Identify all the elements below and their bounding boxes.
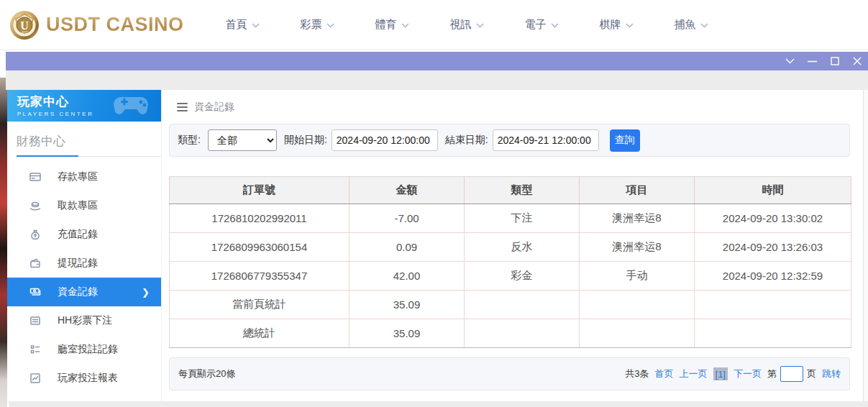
- table-cell: 手动: [580, 262, 695, 291]
- sidebar-item-5[interactable]: HH彩票下注: [7, 306, 161, 335]
- moneybag-icon: [29, 228, 42, 241]
- jump-group: 第 页: [767, 366, 816, 382]
- table-cell: 總統計: [170, 319, 350, 348]
- list-icon: [29, 314, 42, 327]
- sidebar-item-4[interactable]: 資金記錄❯: [7, 278, 161, 306]
- column-header: 項目: [580, 177, 695, 204]
- nav-item-0[interactable]: 首頁: [226, 18, 260, 32]
- sidebar-item-6[interactable]: 廳室投註記錄: [7, 335, 161, 364]
- jump-suffix: 页: [807, 367, 816, 380]
- jump-link[interactable]: 跳转: [822, 367, 841, 380]
- table-cell: [695, 291, 851, 319]
- table-cell: 當前頁統計: [170, 291, 350, 319]
- nav-item-4[interactable]: 電子: [525, 18, 559, 32]
- window-subbar: [6, 70, 868, 90]
- prev-page-link[interactable]: 上一页: [680, 367, 708, 380]
- finance-section-rule: [17, 156, 161, 157]
- nav-item-3[interactable]: 視訊: [450, 18, 484, 32]
- sidebar-item-2[interactable]: 充值記錄: [7, 220, 161, 249]
- chevron-down-icon: [551, 23, 559, 28]
- column-header: 時間: [695, 177, 851, 204]
- close-window-icon[interactable]: [846, 52, 868, 70]
- sidebar-item-label: 資金記錄: [58, 285, 98, 298]
- jump-prefix: 第: [767, 367, 777, 380]
- table-row: 172680677935534742.00彩金手动2024-09-20 12:3…: [170, 262, 851, 291]
- window-titlebar: [6, 52, 868, 70]
- sidebar-item-label: 廳室投註記錄: [58, 343, 118, 356]
- nav-item-1[interactable]: 彩票: [301, 18, 334, 32]
- table-cell: 2024-09-20 13:30:02: [695, 204, 851, 233]
- sidebar-item-0[interactable]: 存款專區: [7, 163, 161, 191]
- hamburger-icon[interactable]: [177, 103, 188, 111]
- sidebar-item-3[interactable]: 提現記錄: [7, 249, 161, 278]
- sidebar-item-7[interactable]: 玩家投注報表: [7, 364, 161, 393]
- page-title: 資金記錄: [194, 101, 234, 114]
- nav-item-label: 體育: [375, 18, 397, 32]
- brand-logo[interactable]: U CASINO USDT CASINO: [9, 9, 184, 41]
- column-header: 訂單號: [170, 177, 350, 204]
- page-size-text: 每頁顯示20條: [178, 367, 235, 380]
- sidebar-item-1[interactable]: 取款專區: [7, 191, 161, 220]
- table-cell: 1726809963060154: [170, 233, 350, 262]
- nav-item-label: 棋牌: [600, 18, 621, 32]
- records-table: 訂單號金額類型項目時間 1726810202992011-7.00下注澳洲幸运8…: [169, 176, 851, 348]
- personal-section-heading: 個人中心: [7, 393, 161, 401]
- table-row: 1726810202992011-7.00下注澳洲幸运82024-09-20 1…: [170, 204, 851, 233]
- brand-name: USDT CASINO: [46, 14, 184, 36]
- type-label: 類型:: [178, 134, 201, 147]
- start-date-input[interactable]: [332, 129, 438, 151]
- table-cell: 下注: [465, 204, 580, 233]
- nav-item-label: 捕魚: [675, 18, 696, 32]
- minimize-window-icon[interactable]: [801, 52, 823, 70]
- gamepad-icon: [114, 93, 151, 117]
- table-row: 總統計35.09: [170, 319, 851, 348]
- sidebar: 玩家中心 PLAYERS CENTER 財務中心 存款專區取款專區充值記錄提現記…: [7, 90, 162, 401]
- table-cell: 澳洲幸运8: [580, 233, 695, 262]
- records-table-body: 1726810202992011-7.00下注澳洲幸运82024-09-20 1…: [170, 204, 851, 348]
- maximize-window-icon[interactable]: [823, 52, 846, 70]
- table-cell: 反水: [465, 233, 580, 262]
- table-cell: 1726806779355347: [170, 262, 350, 291]
- next-page-link[interactable]: 下一页: [734, 367, 762, 380]
- nav-item-6[interactable]: 捕魚: [675, 18, 708, 32]
- desktop-background-photo: [0, 78, 7, 407]
- sidebar-item-label: HH彩票下注: [58, 314, 112, 327]
- column-header: 類型: [465, 177, 580, 204]
- table-row: 當前頁統計35.09: [170, 291, 851, 319]
- chart-icon: [29, 372, 42, 385]
- table-cell: 2024-09-20 13:26:03: [695, 233, 851, 262]
- breadcrumb: 資金記錄: [167, 90, 856, 114]
- table-cell: 澳洲幸运8: [580, 204, 695, 233]
- svg-text:U: U: [20, 19, 29, 31]
- table-row: 17268099630601540.09反水澳洲幸运82024-09-20 13…: [170, 233, 851, 262]
- clipboard-list-icon: [29, 343, 42, 356]
- scrollbar[interactable]: [863, 90, 868, 401]
- table-cell: 1726810202992011: [170, 204, 350, 233]
- records-table-head: 訂單號金額類型項目時間: [170, 177, 851, 204]
- query-button[interactable]: 查詢: [610, 129, 640, 152]
- svg-text:CASINO: CASINO: [20, 30, 29, 33]
- pager: 共3条 首页 上一页 [1] 下一页 第 页 跳转: [625, 366, 841, 382]
- table-cell: 彩金: [465, 262, 580, 291]
- sidebar-item-label: 存款專區: [58, 170, 98, 183]
- end-date-input[interactable]: [493, 129, 599, 151]
- sidebar-item-label: 提現記錄: [58, 257, 98, 270]
- finance-section-heading: 財務中心: [7, 122, 161, 156]
- jump-page-input[interactable]: [780, 366, 803, 382]
- table-cell: 42.00: [350, 262, 465, 291]
- chevron-down-icon: [476, 23, 484, 28]
- nav-item-label: 首頁: [226, 18, 247, 32]
- pagination-bar: 每頁顯示20條 共3条 首页 上一页 [1] 下一页 第 页 跳转: [169, 357, 850, 390]
- first-page-link[interactable]: 首页: [655, 367, 674, 380]
- total-count: 共3条: [625, 367, 649, 380]
- collapse-window-icon[interactable]: [779, 52, 801, 70]
- nav-item-5[interactable]: 棋牌: [600, 18, 634, 32]
- column-header: 金額: [350, 177, 465, 204]
- nav-item-label: 彩票: [301, 18, 322, 32]
- type-select[interactable]: 全部: [208, 129, 277, 151]
- window-bottom-edge: [9, 401, 868, 407]
- nav-item-2[interactable]: 體育: [375, 18, 409, 32]
- wallet-icon: [29, 257, 42, 270]
- table-cell: -7.00: [350, 204, 465, 233]
- sidebar-item-label: 充值記錄: [58, 228, 98, 241]
